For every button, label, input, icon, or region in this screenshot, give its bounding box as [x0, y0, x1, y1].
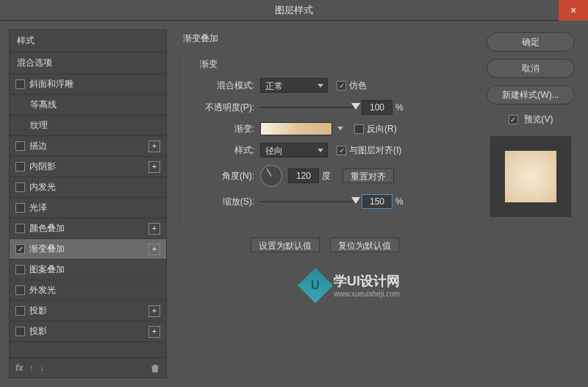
style-item-9[interactable]: 图案叠加 [10, 260, 166, 280]
style-checkbox[interactable] [15, 79, 25, 89]
window-title: 图层样式 [275, 4, 313, 17]
plus-icon[interactable]: + [148, 223, 160, 235]
angle-dial[interactable] [260, 165, 282, 187]
style-checkbox[interactable] [15, 306, 25, 316]
style-label: 光泽 [29, 202, 160, 214]
style-item-2[interactable]: 纹理 [10, 116, 166, 136]
align-label: 与图层对齐(I) [349, 144, 401, 157]
style-select[interactable]: 径向 [260, 143, 328, 157]
scale-slider[interactable] [260, 196, 356, 207]
style-checkbox[interactable] [15, 203, 25, 213]
scale-row: 缩放(S): % [194, 194, 455, 209]
style-item-1[interactable]: 等高线 [10, 95, 166, 116]
dither-checkbox[interactable] [337, 81, 346, 90]
blend-mode-select[interactable]: 正常 [260, 78, 328, 93]
styles-header[interactable]: 样式 [10, 30, 166, 52]
style-row: 样式: 径向 与图层对齐(I) [194, 143, 455, 157]
gradient-picker[interactable] [260, 122, 332, 135]
angle-unit: 度 [322, 170, 331, 182]
gradient-fieldset: 渐变 混合模式: 正常 仿色 不透明度(P): % 渐变: [183, 49, 466, 229]
preview-swatch [505, 151, 556, 202]
angle-label: 角度(N): [194, 170, 260, 182]
scale-label: 缩放(S): [194, 196, 260, 208]
preview-checkbox[interactable] [509, 115, 518, 124]
preview-box [490, 136, 571, 217]
angle-row: 角度(N): 度 重置对齐 [194, 165, 455, 187]
style-checkbox[interactable] [15, 162, 25, 171]
style-label: 内发光 [29, 181, 160, 194]
titlebar: 图层样式 × [0, 0, 588, 21]
style-label: 外发光 [29, 284, 160, 297]
arrow-down-icon[interactable]: ↓ [40, 363, 44, 373]
style-item-7[interactable]: 颜色叠加+ [10, 219, 166, 239]
style-checkbox[interactable] [15, 285, 25, 295]
style-label: 样式: [194, 144, 260, 157]
style-item-12[interactable]: 投影+ [10, 322, 166, 342]
style-label: 投影 [29, 305, 160, 317]
cancel-button[interactable]: 取消 [487, 59, 575, 78]
watermark-title: 学UI设计网 [334, 272, 400, 290]
reset-default-button[interactable]: 复位为默认值 [330, 238, 399, 252]
align-checkbox[interactable] [337, 146, 346, 155]
slider-thumb-icon[interactable] [351, 197, 360, 204]
preview-toggle-row: 预览(V) [509, 113, 553, 126]
default-buttons: 设置为默认值 复位为默认值 [183, 238, 466, 252]
set-default-button[interactable]: 设置为默认值 [251, 238, 320, 252]
plus-icon[interactable]: + [148, 326, 160, 338]
plus-icon[interactable]: + [148, 161, 160, 173]
plus-icon[interactable]: + [148, 141, 160, 152]
scale-unit: % [395, 196, 404, 207]
watermark-url: www.xueuisheji.com [334, 290, 400, 298]
style-item-4[interactable]: 内阴影+ [10, 157, 166, 177]
style-item-11[interactable]: 投影+ [10, 301, 166, 322]
style-label: 图案叠加 [29, 263, 160, 276]
style-label: 内阴影 [29, 160, 160, 173]
style-item-8[interactable]: 渐变叠加+ [10, 239, 166, 260]
style-label: 投影 [29, 325, 160, 338]
opacity-input[interactable] [362, 100, 392, 115]
style-checkbox[interactable] [15, 224, 25, 233]
styles-footer: fx ↑ ↓ [10, 358, 166, 377]
watermark-logo-icon: U [298, 267, 333, 302]
blending-options[interactable]: 混合选项 [10, 52, 166, 74]
style-item-6[interactable]: 光泽 [10, 198, 166, 219]
style-label: 渐变叠加 [29, 243, 160, 255]
reverse-label: 反向(R) [367, 123, 397, 135]
trash-icon[interactable] [150, 363, 160, 373]
style-item-5[interactable]: 内发光 [10, 177, 166, 198]
style-checkbox[interactable] [15, 265, 25, 274]
watermark: U 学UI设计网 www.xueuisheji.com [303, 272, 400, 298]
style-item-10[interactable]: 外发光 [10, 280, 166, 301]
style-item-0[interactable]: 斜面和浮雕 [10, 74, 166, 95]
style-checkbox[interactable] [15, 327, 25, 336]
plus-icon[interactable]: + [148, 305, 160, 317]
fieldset-legend: 渐变 [197, 58, 220, 71]
action-panel: 确定 取消 新建样式(W)... 预览(V) [482, 29, 579, 378]
close-button[interactable]: × [559, 0, 588, 21]
reset-align-button[interactable]: 重置对齐 [343, 168, 394, 183]
style-checkbox[interactable] [15, 141, 25, 151]
opacity-unit: % [395, 102, 404, 113]
style-checkbox[interactable] [15, 244, 25, 254]
style-item-3[interactable]: 描边+ [10, 136, 166, 157]
opacity-label: 不透明度(P): [194, 102, 260, 114]
styles-panel: 样式 混合选项 斜面和浮雕等高线纹理描边+内阴影+内发光光泽颜色叠加+渐变叠加+… [9, 29, 167, 378]
opacity-slider[interactable] [260, 102, 356, 113]
section-title: 渐变叠加 [183, 32, 466, 45]
dialog-content: 样式 混合选项 斜面和浮雕等高线纹理描边+内阴影+内发光光泽颜色叠加+渐变叠加+… [0, 21, 588, 387]
reverse-checkbox[interactable] [354, 124, 364, 134]
new-style-button[interactable]: 新建样式(W)... [487, 85, 575, 104]
arrow-up-icon[interactable]: ↑ [29, 363, 34, 373]
fx-icon[interactable]: fx [15, 363, 24, 373]
style-label: 斜面和浮雕 [29, 78, 160, 90]
scale-input[interactable] [362, 194, 392, 209]
gradient-label: 渐变: [194, 123, 260, 135]
slider-thumb-icon[interactable] [351, 103, 360, 110]
plus-icon[interactable]: + [148, 244, 160, 255]
style-checkbox[interactable] [15, 182, 25, 192]
angle-input[interactable] [288, 168, 319, 183]
blend-mode-row: 混合模式: 正常 仿色 [194, 78, 455, 93]
ok-button[interactable]: 确定 [487, 32, 575, 52]
style-label: 颜色叠加 [29, 222, 160, 235]
dither-label: 仿色 [349, 79, 367, 92]
